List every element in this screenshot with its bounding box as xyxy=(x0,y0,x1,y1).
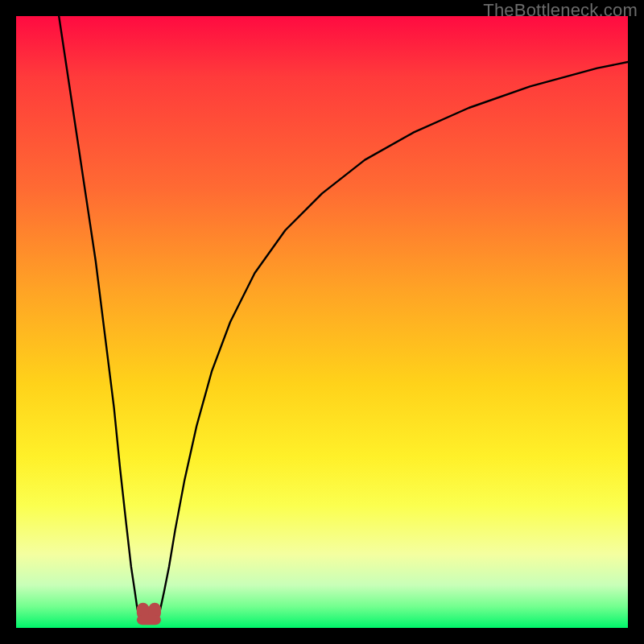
u-marker xyxy=(137,603,161,625)
chart-frame: TheBottleneck.com xyxy=(0,0,644,644)
curve-left-branch xyxy=(59,16,139,618)
plot-area xyxy=(16,16,628,628)
chart-svg xyxy=(16,16,628,628)
curve-right-branch xyxy=(158,62,628,618)
u-marker-base xyxy=(137,615,161,625)
bottleneck-curves xyxy=(59,16,628,618)
